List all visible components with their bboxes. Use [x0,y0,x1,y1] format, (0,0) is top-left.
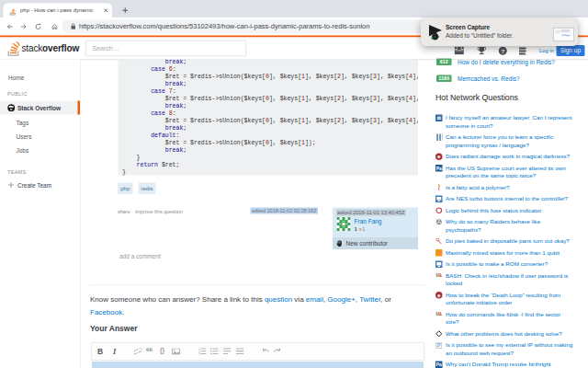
svg-text:?: ? [501,49,504,54]
svg-text:3: 3 [198,352,200,355]
